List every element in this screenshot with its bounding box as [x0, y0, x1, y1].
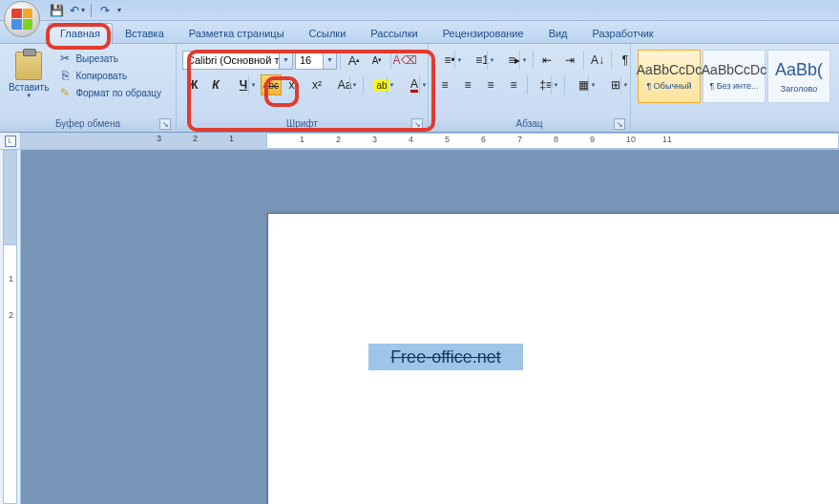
numbering-button[interactable]: ≡1▼	[467, 50, 497, 71]
paragraph-dialog-launcher[interactable]: ↘	[614, 118, 625, 130]
office-button[interactable]	[4, 1, 40, 37]
separator	[363, 75, 364, 94]
line-spacing-button[interactable]: ‡≡▼	[531, 74, 561, 95]
chevron-down-icon[interactable]: ▼	[419, 75, 429, 94]
ruler-mark: 7	[517, 135, 522, 144]
align-right-button[interactable]: ≡	[480, 74, 501, 95]
font-color-icon: A	[410, 78, 418, 93]
style-normal[interactable]: AaBbCcDc ¶ Обычный	[638, 50, 701, 103]
font-size-value: 16	[296, 54, 323, 66]
chevron-down-icon[interactable]: ▼	[349, 75, 359, 94]
vertical-ruler-margin	[3, 150, 17, 245]
bullets-button[interactable]: ≡•▼	[434, 50, 465, 71]
tab-page-layout[interactable]: Разметка страницы	[177, 23, 297, 43]
align-center-button[interactable]: ≡	[457, 74, 478, 95]
multilevel-list-button[interactable]: ≡▸▼	[499, 50, 530, 71]
align-center-icon: ≡	[464, 78, 471, 92]
borders-button[interactable]: ⊞▼	[600, 74, 631, 95]
shrink-font-button[interactable]: A▾	[367, 50, 388, 71]
highlight-color-button[interactable]: ab▼	[367, 74, 397, 95]
increase-indent-button[interactable]: ⇥	[559, 50, 580, 71]
paste-button[interactable]: Вставить ▼	[3, 48, 54, 102]
ruler-mark: 10	[626, 135, 636, 144]
style-no-spacing[interactable]: AaBbCcDc ¶ Без инте...	[703, 50, 766, 103]
bullets-icon: ≡•	[444, 53, 454, 67]
italic-button[interactable]: К	[205, 74, 226, 95]
document-canvas[interactable]: Free-office.net FREE-OFFICE.NET	[21, 150, 839, 504]
document-page[interactable]: Free-office.net	[267, 213, 839, 504]
group-font: Calibri (Основной те▼ 16▼ A▴ A▾ A⌫ Ж К Ч…	[177, 44, 429, 132]
style-preview: AaBbCcDc	[702, 62, 766, 77]
style-heading1[interactable]: AaBb( Заголово	[767, 50, 830, 103]
tab-developer[interactable]: Разработчик	[580, 23, 666, 43]
chevron-down-icon[interactable]: ▼	[620, 75, 630, 94]
format-painter-button[interactable]: ✎Формат по образцу	[56, 84, 163, 101]
tab-mailings[interactable]: Рассылки	[358, 23, 430, 43]
chevron-down-icon[interactable]: ▼	[519, 51, 529, 70]
tab-home[interactable]: Главная	[48, 23, 113, 44]
superscript-button[interactable]: x²	[306, 74, 327, 95]
decrease-indent-button[interactable]: ⇤	[536, 50, 557, 71]
clipboard-dialog-launcher[interactable]: ↘	[159, 118, 171, 130]
cut-icon: ✂	[58, 52, 72, 65]
text-selection[interactable]: Free-office.net	[368, 344, 523, 370]
chevron-down-icon[interactable]: ▼	[279, 52, 292, 69]
font-name-combo[interactable]: Calibri (Основной те▼	[182, 51, 293, 70]
qat-undo-button[interactable]: ↶▾	[68, 2, 87, 19]
ruler-mark: 1	[300, 135, 304, 144]
subscript-button[interactable]: x₂	[283, 74, 304, 95]
chevron-down-icon[interactable]: ▼	[454, 51, 464, 70]
tab-insert[interactable]: Вставка	[113, 23, 177, 43]
subscript-icon: x₂	[289, 78, 300, 92]
underline-button[interactable]: Ч▼	[228, 74, 259, 95]
chevron-down-icon[interactable]: ▼	[323, 52, 336, 69]
chevron-down-icon[interactable]: ▼	[387, 75, 396, 94]
cut-button[interactable]: ✂Вырезать	[56, 50, 163, 67]
separator	[564, 75, 565, 94]
ruler-margin-left[interactable]: 3 2 1	[21, 133, 267, 149]
chevron-down-icon[interactable]: ▼	[487, 51, 496, 70]
bold-button[interactable]: Ж	[182, 74, 203, 95]
grow-font-button[interactable]: A▴	[344, 50, 365, 71]
font-color-button[interactable]: A▼	[399, 74, 430, 95]
ruler-mark: 9	[590, 135, 595, 144]
font-dialog-launcher[interactable]: ↘	[411, 118, 423, 130]
group-clipboard-label: Буфер обмена↘	[3, 116, 173, 132]
tab-review[interactable]: Рецензирование	[430, 23, 536, 43]
chevron-down-icon[interactable]: ▼	[26, 93, 31, 98]
qat-save-button[interactable]: 💾	[47, 2, 66, 19]
align-left-button[interactable]: ≡	[434, 74, 455, 95]
strikethrough-button[interactable]: abc	[261, 74, 282, 95]
chevron-down-icon[interactable]: ▼	[588, 75, 598, 94]
tab-references[interactable]: Ссылки	[297, 23, 359, 43]
vertical-ruler[interactable]: 1 2	[0, 150, 21, 504]
sort-button[interactable]: A↓	[587, 50, 608, 71]
qat-customize-dropdown[interactable]: ▾	[117, 6, 121, 14]
tab-selector[interactable]: L	[0, 133, 21, 149]
chevron-down-icon[interactable]: ▼	[248, 75, 258, 94]
change-case-button[interactable]: Aa▼	[329, 74, 360, 95]
clear-formatting-button[interactable]: A⌫	[394, 50, 415, 71]
chevron-down-icon[interactable]: ▼	[551, 75, 560, 94]
font-name-value: Calibri (Основной те	[183, 54, 279, 66]
separator	[533, 51, 534, 70]
style-name-label: ¶ Обычный	[639, 81, 700, 91]
watermark-text: FREE-OFFICE.NET	[692, 477, 826, 493]
tab-view[interactable]: Вид	[536, 23, 580, 43]
group-font-label: Шрифт↘	[179, 116, 425, 132]
shading-button[interactable]: ▦▼	[568, 74, 598, 95]
ruler-mark: 5	[445, 135, 450, 144]
chevron-down-icon[interactable]: ▾	[81, 6, 85, 14]
font-size-combo[interactable]: 16▼	[295, 51, 337, 70]
eraser-icon: A⌫	[393, 53, 417, 67]
horizontal-ruler[interactable]: 1 2 3 4 5 6 7 8 9 10 11	[267, 133, 839, 149]
underline-icon: Ч	[240, 78, 247, 92]
justify-button[interactable]: ≡	[503, 74, 524, 95]
separator	[390, 51, 391, 70]
qat-redo-button[interactable]: ↷	[95, 2, 115, 19]
sort-icon: A↓	[591, 53, 604, 67]
ribbon: Вставить ▼ ✂Вырезать ⎘Копировать ✎Формат…	[0, 44, 839, 133]
undo-icon: ↶	[70, 4, 79, 17]
copy-button[interactable]: ⎘Копировать	[56, 67, 163, 84]
office-logo-icon	[11, 9, 32, 30]
